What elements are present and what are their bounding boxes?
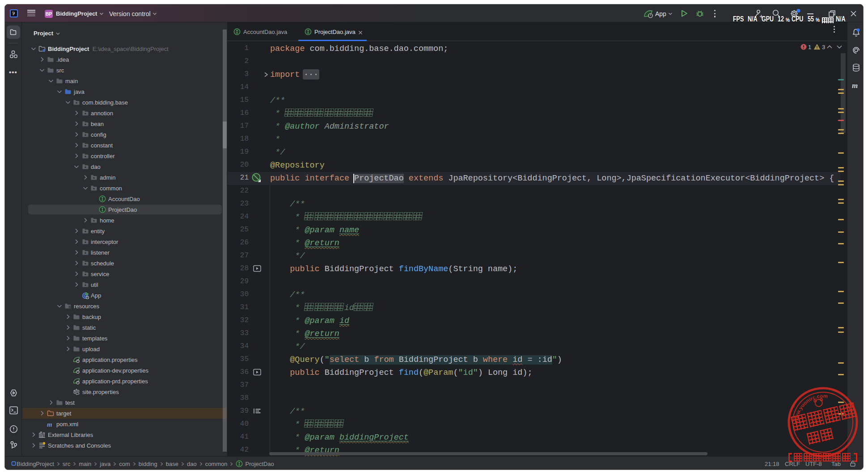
svg-text:3: 3 bbox=[822, 44, 825, 50]
svg-text:1: 1 bbox=[808, 44, 811, 50]
